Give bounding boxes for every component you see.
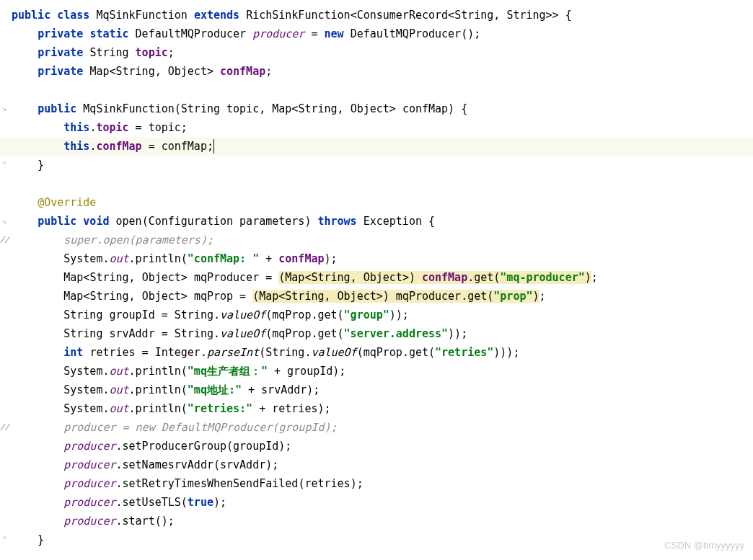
text-cursor [213, 139, 214, 154]
code-line-comment[interactable]: // producer = new DefaultMQProducer(grou… [0, 418, 753, 437]
code-line[interactable]: ⌃ } [0, 530, 753, 549]
code-text [9, 81, 18, 99]
code-line[interactable]: System.out.println("retries:" + retries)… [0, 399, 753, 418]
code-line[interactable]: System.out.println("mq生产者组：" + groupId); [0, 362, 753, 381]
code-line[interactable]: @Override [0, 193, 753, 212]
code-line[interactable]: producer.setNamesrvAddr(srvAddr); [0, 455, 753, 474]
code-text: producer.setProducerGroup(groupId); [9, 437, 291, 455]
code-text [9, 174, 18, 193]
code-line-comment[interactable]: // super.open(parameters); [0, 231, 753, 249]
code-text: private static DefaultMQProducer produce… [9, 25, 480, 43]
code-line[interactable]: producer.start(); [0, 512, 753, 530]
code-line-current[interactable]: this.confMap = confMap; [0, 137, 753, 156]
code-line[interactable] [0, 81, 753, 99]
code-text: String srvAddr = String.valueOf(mqProp.g… [9, 324, 467, 343]
code-text: this.confMap = confMap; [9, 137, 213, 156]
code-text: } [9, 530, 44, 549]
code-line[interactable]: Map<String, Object> mqProducer = (Map<St… [0, 268, 753, 287]
gutter-comment: // [0, 418, 9, 437]
code-text: producer = new DefaultMQProducer(groupId… [9, 418, 338, 437]
code-text: producer.setRetryTimesWhenSendFailed(ret… [9, 474, 364, 493]
code-line[interactable]: this.topic = topic; [0, 118, 753, 137]
code-line[interactable]: ⌃ } [0, 156, 753, 174]
code-text: System.out.println("mq生产者组：" + groupId); [9, 362, 345, 381]
code-text: System.out.println("confMap: " + confMap… [9, 249, 338, 268]
code-text: producer.setUseTLS(true); [9, 493, 226, 512]
code-text: String groupId = String.valueOf(mqProp.g… [9, 306, 409, 324]
code-line[interactable]: private String topic; [0, 43, 753, 62]
code-line[interactable]: producer.setProducerGroup(groupId); [0, 437, 753, 455]
code-text: System.out.println("mq地址:" + srvAddr); [9, 381, 320, 399]
gutter: ↘ [0, 99, 9, 118]
gutter: ⌃ [0, 156, 9, 174]
code-line[interactable]: System.out.println("mq地址:" + srvAddr); [0, 381, 753, 399]
code-text: this.topic = topic; [9, 118, 188, 137]
gutter: ⌃ [0, 530, 9, 549]
code-line[interactable] [0, 174, 753, 193]
code-text: Map<String, Object> mqProducer = (Map<St… [9, 268, 598, 287]
watermark: CSDN @bmyyyyyy [664, 540, 744, 551]
code-text: private String topic; [9, 43, 175, 62]
gutter-comment: // [0, 231, 9, 249]
code-text: public MqSinkFunction(String topic, Map<… [9, 99, 467, 118]
code-line[interactable]: ↘ public void open(Configuration paramet… [0, 212, 753, 231]
code-line[interactable]: Map<String, Object> mqProp = (Map<String… [0, 287, 753, 306]
code-text: System.out.println("retries:" + retries)… [9, 399, 331, 418]
code-text: int retries = Integer.parseInt(String.va… [9, 343, 519, 362]
code-line[interactable]: producer.setRetryTimesWhenSendFailed(ret… [0, 474, 753, 493]
code-text: } [9, 156, 44, 174]
code-text: private Map<String, Object> confMap; [9, 62, 272, 81]
code-line[interactable]: System.out.println("confMap: " + confMap… [0, 249, 753, 268]
code-line[interactable]: String srvAddr = String.valueOf(mqProp.g… [0, 324, 753, 343]
code-line[interactable]: int retries = Integer.parseInt(String.va… [0, 343, 753, 362]
code-text: Map<String, Object> mqProp = (Map<String… [9, 287, 546, 306]
code-text: public class MqSinkFunction extends Rich… [9, 6, 572, 25]
code-line[interactable]: private Map<String, Object> confMap; [0, 62, 753, 81]
code-text: @Override [9, 193, 96, 212]
code-line[interactable]: producer.setUseTLS(true); [0, 493, 753, 512]
code-text: super.open(parameters); [9, 231, 213, 249]
code-text: producer.start(); [9, 512, 175, 530]
code-line[interactable]: public class MqSinkFunction extends Rich… [0, 6, 753, 25]
code-editor[interactable]: public class MqSinkFunction extends Rich… [0, 0, 753, 555]
code-line[interactable]: ↘ public MqSinkFunction(String topic, Ma… [0, 99, 753, 118]
code-line[interactable]: String groupId = String.valueOf(mqProp.g… [0, 306, 753, 324]
gutter: ↘ [0, 212, 9, 231]
code-line[interactable]: private static DefaultMQProducer produce… [0, 25, 753, 43]
code-text: public void open(Configuration parameter… [9, 212, 435, 231]
code-text: producer.setNamesrvAddr(srvAddr); [9, 455, 278, 474]
